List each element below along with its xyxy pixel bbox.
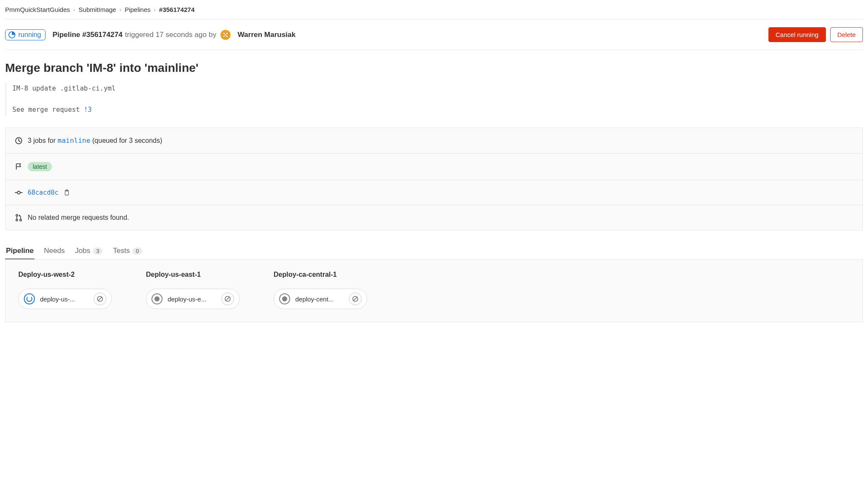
cancel-job-button[interactable] <box>221 293 234 305</box>
merge-request-link[interactable]: !3 <box>84 106 92 114</box>
jobs-info-row: 3 jobs for mainline (queued for 3 second… <box>6 128 862 153</box>
job-name: deploy-us-e... <box>168 295 216 303</box>
stage-name: Deploy-us-east-1 <box>146 271 244 278</box>
cancel-job-button[interactable] <box>349 293 362 305</box>
chevron-right-icon: › <box>74 7 75 13</box>
svg-rect-4 <box>223 36 225 37</box>
tags-row: latest <box>6 153 862 180</box>
author-name[interactable]: Warren Marusiak <box>237 31 295 39</box>
cancel-icon <box>352 295 359 302</box>
running-icon <box>8 31 16 39</box>
avatar-icon <box>220 30 231 40</box>
job-pill[interactable]: deploy-cent... <box>274 289 367 309</box>
commit-description: IM-8 update .gitlab-ci.yml See merge req… <box>5 82 863 116</box>
tab-jobs[interactable]: Jobs 3 <box>74 242 103 259</box>
breadcrumb-item-current: #356174274 <box>159 6 194 13</box>
pipeline-trigger-text: Pipeline #356174274 triggered 17 seconds… <box>52 30 295 40</box>
job-pill[interactable]: deploy-us-... <box>18 289 112 309</box>
merge-request-icon <box>15 214 23 222</box>
flag-icon <box>15 163 23 170</box>
pipeline-graph: Deploy-us-west-2 deploy-us-... Deploy-us… <box>5 260 863 322</box>
clipboard-icon <box>63 189 70 196</box>
chevron-right-icon: › <box>154 7 156 13</box>
stage-name: Deploy-ca-central-1 <box>274 271 371 278</box>
merge-requests-row: No related merge requests found. <box>6 205 862 230</box>
job-name: deploy-us-... <box>40 295 89 303</box>
svg-rect-5 <box>226 36 228 37</box>
job-status-running-icon <box>24 293 35 304</box>
status-label: running <box>18 31 41 39</box>
svg-point-15 <box>20 219 21 221</box>
svg-point-8 <box>17 191 20 194</box>
pipeline-header: running Pipeline #356174274 triggered 17… <box>5 20 863 50</box>
branch-link[interactable]: mainline <box>57 136 90 145</box>
svg-rect-3 <box>226 33 228 34</box>
tab-tests[interactable]: Tests 0 <box>112 242 143 259</box>
commit-title: Merge branch 'IM-8' into 'mainline' <box>5 61 863 75</box>
stage-name: Deploy-us-west-2 <box>18 271 116 278</box>
avatar[interactable] <box>220 30 231 40</box>
svg-line-21 <box>354 297 357 301</box>
delete-button[interactable]: Delete <box>830 27 863 42</box>
pipeline-tabs: Pipeline Needs Jobs 3 Tests 0 <box>5 242 863 260</box>
stage-column: Deploy-ca-central-1 deploy-cent... <box>274 271 371 309</box>
job-status-created-icon <box>151 293 163 304</box>
svg-line-19 <box>226 297 229 301</box>
tab-pipeline[interactable]: Pipeline <box>5 242 34 259</box>
svg-rect-6 <box>225 34 226 35</box>
pipeline-info-panel: 3 jobs for mainline (queued for 3 second… <box>5 128 863 230</box>
svg-point-14 <box>16 219 17 221</box>
breadcrumb-item-subgroup[interactable]: SubmitImage <box>79 6 116 13</box>
breadcrumb: PmmQuickStartGuides › SubmitImage › Pipe… <box>5 0 863 20</box>
job-pill[interactable]: deploy-us-e... <box>146 289 240 309</box>
svg-line-17 <box>98 297 102 301</box>
chevron-right-icon: › <box>120 7 121 13</box>
job-status-created-icon <box>279 293 290 304</box>
jobs-count-badge: 3 <box>93 247 103 255</box>
commit-row: 68cacd0c <box>6 180 862 205</box>
copy-sha-button[interactable] <box>63 189 70 196</box>
commit-icon <box>15 189 23 196</box>
cancel-running-button[interactable]: Cancel running <box>768 27 826 42</box>
tests-count-badge: 0 <box>132 247 142 255</box>
latest-tag: latest <box>28 162 52 171</box>
pipeline-status-badge[interactable]: running <box>5 29 46 40</box>
cancel-job-button[interactable] <box>94 293 106 305</box>
cancel-icon <box>224 295 231 302</box>
breadcrumb-item-project[interactable]: PmmQuickStartGuides <box>5 6 70 13</box>
svg-point-13 <box>16 215 17 216</box>
stage-column: Deploy-us-west-2 deploy-us-... <box>18 271 116 309</box>
stage-column: Deploy-us-east-1 deploy-us-e... <box>146 271 244 309</box>
commit-sha-link[interactable]: 68cacd0c <box>28 189 58 196</box>
clock-icon <box>15 137 23 145</box>
cancel-icon <box>97 295 103 302</box>
tab-needs[interactable]: Needs <box>43 242 66 259</box>
svg-rect-2 <box>223 33 225 34</box>
job-name: deploy-cent... <box>295 295 344 303</box>
breadcrumb-item-pipelines[interactable]: Pipelines <box>125 6 151 13</box>
